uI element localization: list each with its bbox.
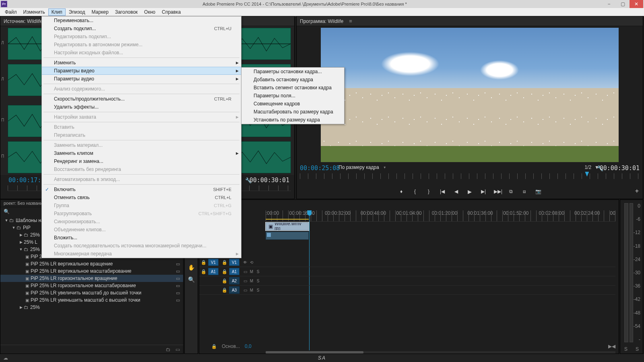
tree-row[interactable]: ▣PiP 25% LR уменьшить масштаб с высшей т…	[0, 296, 183, 304]
eye-icon[interactable]: ▭	[242, 279, 248, 283]
extract-icon[interactable]: ⧇	[521, 189, 528, 194]
step-fwd-icon[interactable]: ▶|	[480, 189, 487, 194]
track-source-v1[interactable]: V1	[208, 259, 219, 266]
lock-icon[interactable]: 🔒	[220, 260, 229, 265]
disclosure-icon[interactable]: ▶	[18, 233, 24, 237]
source-tab-active[interactable]: Источник: Wildlife.	[4, 19, 44, 24]
submenu-item[interactable]: Установить по размеру кадра	[242, 116, 344, 124]
tree-row[interactable]: ▣PiP 25% LR горизонтальное масштабирован…	[0, 282, 183, 289]
close-button[interactable]: ✕	[630, 0, 643, 8]
lock-icon[interactable]: 🔒	[220, 278, 229, 284]
menu-item[interactable]: Рендеринг и замена...	[42, 157, 241, 165]
video-clip[interactable]: ▣ Wildlife.wmv [В]	[266, 222, 309, 230]
eye-icon[interactable]: ▭	[242, 288, 248, 292]
solo-l[interactable]: S	[624, 346, 627, 352]
tree-row[interactable]: ▣PiP 25% LR вертикальное масштабирование…	[0, 267, 183, 275]
lock-icon[interactable]: 🔒	[199, 260, 208, 265]
menu-item[interactable]: Вложить...	[42, 234, 241, 242]
panel-menu-icon[interactable]: ≡	[349, 18, 352, 24]
menu-marker[interactable]: Маркер	[88, 8, 111, 16]
lock-icon[interactable]: 🔒	[199, 269, 208, 274]
submenu-item[interactable]: Добавить остановку кадра	[242, 76, 344, 84]
solo-icon[interactable]: S	[255, 279, 261, 283]
track-a2[interactable]: 🔒 🔒 A2 ▭ M S	[199, 276, 615, 286]
menu-clip[interactable]: Клип	[48, 8, 66, 16]
solo-r[interactable]: S	[636, 346, 639, 352]
timeline-scrollbar[interactable]	[266, 351, 615, 354]
menu-item[interactable]: Удалить эффекты...	[42, 103, 241, 111]
sync-lock-icon[interactable]: ⟲	[248, 260, 255, 265]
play-icon[interactable]: ▶	[466, 189, 473, 195]
work-area-bar[interactable]	[266, 219, 309, 220]
track-source-a1[interactable]: A1	[208, 268, 219, 275]
submenu-item[interactable]: Вставить сегмент остановки кадра	[242, 84, 344, 92]
submenu-item[interactable]: Параметры поля...	[242, 92, 344, 100]
menu-help[interactable]: Справка	[159, 8, 184, 16]
menu-edit[interactable]: Изменить	[20, 8, 48, 16]
mute-icon[interactable]: M	[248, 279, 255, 283]
minimize-button[interactable]: −	[602, 0, 616, 8]
disclosure-icon[interactable]: ▶	[18, 305, 24, 309]
add-button[interactable]: +	[635, 187, 639, 195]
menu-item[interactable]: ✓ВключитьSHIFT+E	[42, 185, 241, 193]
program-ruler[interactable]	[300, 173, 640, 179]
disclosure-icon[interactable]: ▶	[18, 240, 24, 244]
lock-icon[interactable]: 🔒	[220, 288, 229, 293]
go-in-icon[interactable]: {	[412, 189, 418, 194]
menu-item[interactable]: Изменить▶	[42, 59, 241, 67]
disclosure-icon[interactable]: ▼	[18, 247, 24, 251]
zoom-tool-icon[interactable]: 🔍	[187, 276, 195, 284]
cloud-sync-icon[interactable]: ☁	[3, 355, 9, 361]
eye-icon[interactable]: ▭	[242, 269, 248, 274]
program-timecode[interactable]: 00:00:25:08	[300, 165, 340, 172]
tree-row[interactable]: ▣PiP 25% LR увеличить масштаб до высшей …	[0, 289, 183, 296]
fit-dropdown[interactable]: По размеру кадра▼	[339, 165, 386, 170]
menu-item[interactable]: Отменить связьCTRL+L	[42, 193, 241, 202]
hand-tool-icon[interactable]: ✋	[187, 264, 195, 272]
step-back-icon[interactable]: ◀	[453, 189, 459, 194]
disclosure-icon[interactable]: ▼	[11, 226, 17, 230]
solo-icon[interactable]: S	[255, 288, 261, 292]
menu-sequence[interactable]: Эпизод	[66, 8, 89, 16]
menu-item[interactable]: Переименовать...	[42, 16, 241, 25]
tree-row[interactable]: ▶🗀25%	[0, 304, 183, 311]
export-frame-icon[interactable]: 📷	[535, 189, 541, 194]
menu-file[interactable]: Файл	[2, 8, 20, 16]
lift-icon[interactable]: ⧉	[508, 189, 514, 194]
master-value[interactable]: 0,0	[245, 343, 252, 349]
menu-item[interactable]: Заменить клипом▶	[42, 149, 241, 157]
track-target-v1[interactable]: V1	[229, 259, 239, 266]
lock-icon[interactable]: 🔒	[211, 344, 217, 349]
mark-in-icon[interactable]: ♦	[398, 189, 405, 194]
disclosure-icon[interactable]: ▼	[4, 218, 9, 222]
submenu-item[interactable]: Масштабировать по размеру кадра	[242, 108, 344, 116]
track-target-a1[interactable]: A1	[229, 268, 239, 275]
lock-icon[interactable]: 🔒	[220, 269, 229, 274]
track-v1[interactable]: 🔒 V1 🔒 V1 👁 ⟲ ▣ Wildlife.wmv [В]	[199, 258, 615, 267]
menu-window[interactable]: Окно	[141, 8, 159, 16]
go-out-icon[interactable]: }	[425, 189, 432, 194]
menu-item[interactable]: Параметры аудио▶	[42, 75, 241, 83]
track-target-a2[interactable]: A2	[229, 277, 239, 284]
eye-icon[interactable]: 👁	[242, 260, 248, 265]
new-bin-icon[interactable]: 🗀	[166, 347, 171, 352]
maximize-button[interactable]: ▢	[616, 0, 630, 8]
go-end-icon[interactable]: ▶▶|	[494, 189, 500, 194]
audio-clip[interactable]	[266, 232, 309, 240]
bracket-icon[interactable]: ▶◀	[608, 343, 615, 349]
mute-icon[interactable]: M	[248, 288, 255, 292]
menu-item[interactable]: Скорость/продолжительность...CTRL+R	[42, 95, 241, 103]
menu-item[interactable]: Создать подклип...CTRL+U	[42, 25, 241, 33]
tree-row[interactable]: ▣PiP 25% LR вертикальное вращение▭	[0, 260, 183, 267]
track-a1[interactable]: 🔒 A1 🔒 A1 ▭ M S	[199, 267, 615, 276]
go-start-icon[interactable]: |◀	[439, 189, 446, 194]
tree-row[interactable]: ▣PiP 25% LR горизонтальное вращение▭	[0, 275, 183, 282]
submenu-item[interactable]: Параметры остановки кадра...	[242, 68, 344, 76]
program-monitor[interactable]	[321, 28, 619, 162]
track-a3[interactable]: 🔒 🔒 A3 ▭ M S	[199, 286, 615, 295]
timeline-ruler[interactable]: :00:0000:00:16:0000:00:32:0000:00:48:000…	[266, 210, 615, 222]
menu-title[interactable]: Заголовок	[112, 8, 141, 16]
solo-icon[interactable]: S	[255, 269, 261, 274]
mute-icon[interactable]: M	[248, 269, 255, 274]
track-target-a3[interactable]: A3	[229, 286, 239, 294]
